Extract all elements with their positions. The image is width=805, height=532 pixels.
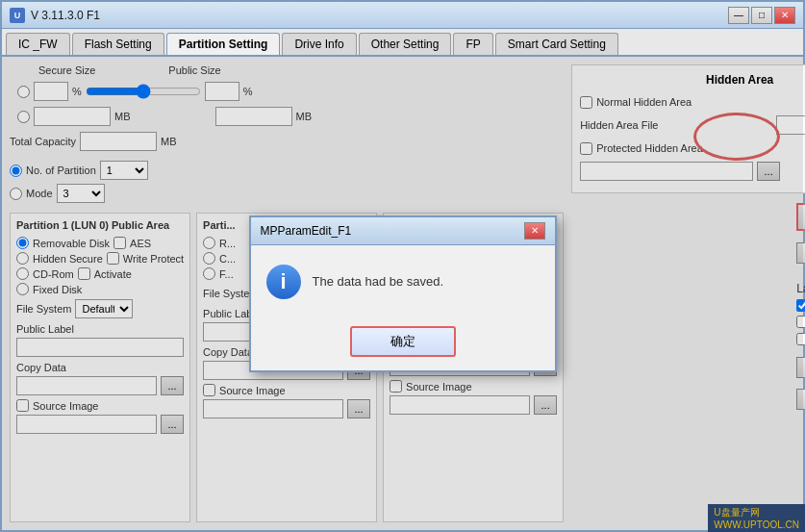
dialog-message: The data had be saved. [313, 274, 444, 289]
ok-button[interactable]: 确定 [350, 326, 456, 357]
minimize-button[interactable]: — [728, 7, 749, 24]
tab-partition-setting[interactable]: Partition Setting [166, 33, 281, 55]
dialog-title-text: MPParamEdit_F1 [261, 224, 352, 238]
tab-flash-setting[interactable]: Flash Setting [72, 33, 164, 55]
tab-ic-fw[interactable]: IC _FW [6, 33, 70, 55]
dialog-close-button[interactable]: ✕ [524, 222, 545, 240]
maximize-button[interactable]: □ [751, 7, 772, 24]
main-content: Secure Size Public Size % % MB MB [2, 57, 803, 530]
dialog-body: i The data had be saved. [251, 245, 555, 318]
tab-other-setting[interactable]: Other Setting [359, 33, 452, 55]
dialog-footer: 确定 [251, 318, 555, 370]
app-icon: U [10, 8, 25, 23]
close-button[interactable]: ✕ [774, 7, 795, 24]
dialog-title-bar: MPParamEdit_F1 ✕ [251, 217, 555, 245]
tab-smart-card[interactable]: Smart Card Setting [495, 33, 618, 55]
message-dialog: MPParamEdit_F1 ✕ i The data had be saved… [249, 215, 557, 372]
window-title: V 3.11.3.0 F1 [31, 9, 728, 22]
main-window: U V 3.11.3.0 F1 — □ ✕ IC _FW Flash Setti… [0, 0, 805, 532]
tab-bar: IC _FW Flash Setting Partition Setting D… [2, 29, 803, 57]
tab-fp[interactable]: FP [453, 33, 492, 55]
tab-drive-info[interactable]: Drive Info [282, 33, 356, 55]
title-bar: U V 3.11.3.0 F1 — □ ✕ [2, 2, 803, 29]
window-controls: — □ ✕ [728, 7, 795, 24]
dialog-overlay: MPParamEdit_F1 ✕ i The data had be saved… [2, 57, 803, 530]
info-icon: i [266, 265, 301, 299]
